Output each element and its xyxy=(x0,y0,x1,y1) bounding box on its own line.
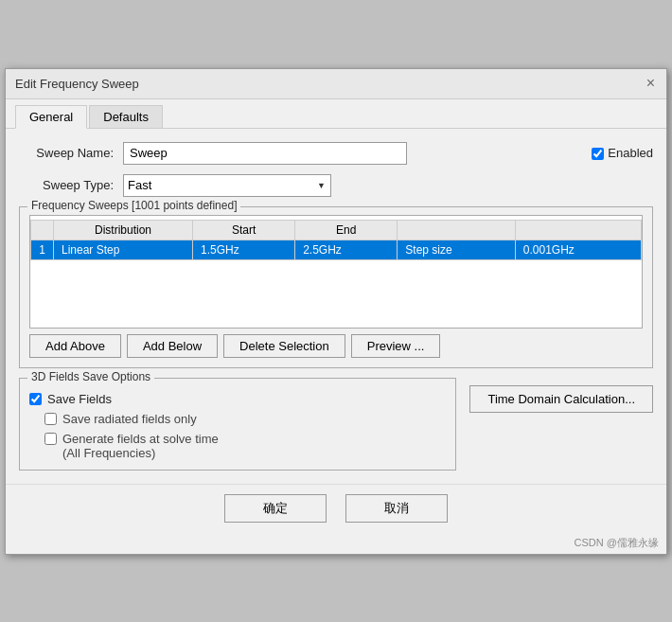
frequency-sweeps-fieldset: Frequency Sweeps [1001 points defined] D… xyxy=(19,206,653,368)
dialog-title: Edit Frequency Sweep xyxy=(15,77,139,91)
cell-end: 2.5GHz xyxy=(295,240,398,259)
sweep-table-header-row: Distribution Start End xyxy=(31,220,642,240)
cancel-button[interactable]: 取消 xyxy=(345,494,448,523)
fields-section-row: 3D Fields Save Options Save Fields Save … xyxy=(19,378,653,471)
cell-extra1: Step size xyxy=(398,240,515,259)
col-extra1-header xyxy=(398,220,515,240)
generate-fields-row: Generate fields at solve time (All Frequ… xyxy=(44,432,446,460)
save-radiated-label: Save radiated fields only xyxy=(62,412,197,426)
table-row[interactable]: 1 Linear Step 1.5GHz 2.5GHz Step size 0.… xyxy=(31,240,642,259)
enabled-label: Enabled xyxy=(608,146,653,160)
sweep-table-header: Distribution Start End xyxy=(31,220,642,240)
dialog-footer: 确定 取消 xyxy=(6,484,666,536)
title-bar: Edit Frequency Sweep × xyxy=(6,69,666,99)
cell-distribution: Linear Step xyxy=(54,240,193,259)
cell-start: 1.5GHz xyxy=(193,240,295,259)
tab-general[interactable]: General xyxy=(15,105,87,129)
table-row-empty2 xyxy=(31,278,642,297)
fields-fieldset: 3D Fields Save Options Save Fields Save … xyxy=(19,378,456,471)
sweep-type-wrapper: Fast Interpolating Discrete xyxy=(123,174,331,197)
sweep-name-row: Sweep Name: Enabled xyxy=(19,142,653,165)
time-domain-section: Time Domain Calculation... xyxy=(469,378,653,413)
generate-fields-checkbox[interactable] xyxy=(44,433,57,445)
sweep-table: Distribution Start End 1 Linear Step 1.5… xyxy=(30,220,642,317)
add-above-button[interactable]: Add Above xyxy=(29,334,121,358)
enabled-row: Enabled xyxy=(592,146,653,160)
save-fields-row: Save Fields xyxy=(29,392,446,406)
tab-bar: General Defaults xyxy=(6,99,666,129)
ok-button[interactable]: 确定 xyxy=(224,494,327,523)
sweep-table-container: Distribution Start End 1 Linear Step 1.5… xyxy=(29,215,643,329)
watermark: CSDN @儒雅永缘 xyxy=(6,536,666,554)
cell-extra2: 0.001GHz xyxy=(515,240,641,259)
sweep-table-body: 1 Linear Step 1.5GHz 2.5GHz Step size 0.… xyxy=(31,240,642,316)
col-distribution-header: Distribution xyxy=(54,220,193,240)
tab-defaults[interactable]: Defaults xyxy=(89,105,163,128)
delete-selection-button[interactable]: Delete Selection xyxy=(223,334,345,358)
col-extra2-header xyxy=(515,220,641,240)
close-button[interactable]: × xyxy=(645,76,657,91)
sweep-buttons-row: Add Above Add Below Delete Selection Pre… xyxy=(29,334,643,358)
dialog-body: Sweep Name: Enabled Sweep Type: Fast Int… xyxy=(6,129,666,480)
table-row-empty3 xyxy=(31,297,642,316)
col-end-header: End xyxy=(295,220,398,240)
save-radiated-checkbox[interactable] xyxy=(44,413,57,425)
save-fields-label: Save Fields xyxy=(47,392,112,406)
preview-button[interactable]: Preview ... xyxy=(351,334,441,358)
cell-index: 1 xyxy=(31,240,54,259)
save-fields-checkbox[interactable] xyxy=(29,393,42,405)
enabled-checkbox[interactable] xyxy=(592,148,604,160)
frequency-sweeps-legend: Frequency Sweeps [1001 points defined] xyxy=(27,199,240,212)
sweep-type-row: Sweep Type: Fast Interpolating Discrete xyxy=(19,174,653,197)
dialog-window: Edit Frequency Sweep × General Defaults … xyxy=(5,68,667,555)
table-row-empty1 xyxy=(31,259,642,278)
sweep-name-label: Sweep Name: xyxy=(19,146,114,160)
col-start-header: Start xyxy=(193,220,295,240)
sweep-type-select[interactable]: Fast Interpolating Discrete xyxy=(123,174,331,197)
sweep-name-input[interactable] xyxy=(123,142,407,165)
generate-fields-label: Generate fields at solve time (All Frequ… xyxy=(62,432,219,460)
add-below-button[interactable]: Add Below xyxy=(127,334,218,358)
fields-legend: 3D Fields Save Options xyxy=(27,370,154,383)
time-domain-button[interactable]: Time Domain Calculation... xyxy=(469,385,653,413)
col-index-header xyxy=(31,220,54,240)
sweep-type-label: Sweep Type: xyxy=(19,178,114,192)
save-radiated-row: Save radiated fields only xyxy=(44,412,446,426)
